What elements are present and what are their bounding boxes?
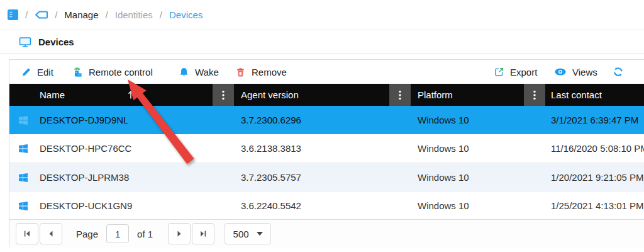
page-size-value: 500 — [233, 229, 249, 239]
windows-icon — [18, 163, 28, 192]
remote-control-icon — [72, 66, 83, 77]
views-button[interactable]: Views — [554, 60, 597, 84]
cell-agent-version: 3.6.2240.5542 — [241, 192, 301, 220]
column-header-agent-version[interactable]: Agent version — [241, 84, 299, 106]
prev-page-button[interactable] — [40, 223, 62, 244]
last-page-icon — [199, 230, 207, 238]
page-title-bar: Devices — [0, 30, 644, 54]
remove-button[interactable]: Remove — [235, 60, 287, 84]
grid-toolbar: Edit Remote control Wake — [9, 60, 644, 84]
divider — [0, 54, 644, 54]
devices-grid-card: Edit Remote control Wake — [9, 59, 644, 248]
column-header-name[interactable]: Name — [40, 84, 65, 106]
wake-label: Wake — [195, 67, 219, 77]
refresh-icon — [613, 66, 624, 77]
bell-icon — [179, 67, 189, 77]
cell-last-contact: 1/20/2021 9:21:05 PM — [551, 163, 644, 192]
breadcrumb-separator: / — [106, 9, 108, 20]
grid-pager: Page of 1 500 — [9, 219, 644, 248]
views-label: Views — [572, 67, 597, 77]
cell-platform: Windows 10 — [418, 192, 469, 220]
cell-platform: Windows 10 — [418, 106, 469, 134]
breadcrumb-item-identities[interactable]: Identities — [115, 9, 153, 20]
column-menu-name[interactable] — [213, 84, 234, 106]
breadcrumb-item-manage[interactable]: Manage — [64, 9, 98, 20]
cell-last-contact: 11/16/2020 5:08:10 PM — [551, 134, 644, 163]
export-icon — [494, 67, 504, 77]
export-label: Export — [510, 67, 537, 77]
cell-last-contact: 1/25/2021 4:13:01 PM — [551, 192, 644, 220]
cell-name: DESKTOP-JLPRM38 — [40, 163, 129, 192]
refresh-button[interactable] — [613, 60, 624, 84]
notebook-icon[interactable] — [8, 9, 18, 20]
cell-name: DESKTOP-HPC76CC — [40, 134, 131, 163]
edit-button[interactable]: Edit — [21, 60, 53, 84]
pencil-icon — [21, 67, 31, 77]
trash-icon — [235, 67, 246, 77]
page-label: Page — [76, 229, 98, 239]
table-row[interactable]: DESKTOP-HPC76CC 3.6.2138.3813 Windows 10… — [9, 134, 644, 163]
next-page-button[interactable] — [168, 223, 191, 244]
table-row[interactable]: DESKTOP-JLPRM38 3.7.2305.5757 Windows 10… — [9, 163, 644, 191]
wake-button[interactable]: Wake — [179, 60, 219, 84]
page-number-input[interactable] — [106, 224, 129, 243]
chevron-down-icon — [257, 232, 263, 236]
cell-agent-version: 3.6.2138.3813 — [241, 134, 301, 163]
first-page-icon — [23, 230, 31, 238]
edit-label: Edit — [37, 67, 53, 77]
page-of-label: of 1 — [137, 229, 153, 239]
column-menu-agent-version[interactable] — [389, 84, 411, 106]
column-header-last-contact[interactable]: Last contact — [551, 84, 602, 106]
table-row[interactable]: DESKTOP-DJ9D9NL 3.7.2300.6296 Windows 10… — [9, 106, 644, 134]
first-page-button[interactable] — [16, 223, 38, 244]
breadcrumb-separator: / — [25, 9, 28, 20]
grid-header: Name Agent version Platform Last contact — [9, 84, 644, 106]
next-page-icon — [175, 230, 183, 238]
windows-icon — [18, 106, 28, 134]
page-title: Devices — [38, 37, 74, 47]
cell-platform: Windows 10 — [418, 134, 469, 163]
prev-page-icon — [47, 230, 55, 238]
breadcrumb: / / Manage / Identities / Devices — [8, 0, 203, 30]
breadcrumb-item-devices[interactable]: Devices — [169, 9, 203, 20]
cell-name: DESKTOP-DJ9D9NL — [40, 106, 128, 134]
remove-label: Remove — [252, 67, 287, 77]
monitor-icon — [19, 37, 31, 48]
windows-icon — [18, 134, 28, 163]
windows-icon — [18, 192, 28, 220]
cell-name: DESKTOP-UCK1GN9 — [40, 192, 132, 220]
export-button[interactable]: Export — [494, 60, 537, 84]
last-page-button[interactable] — [192, 223, 214, 244]
column-menu-platform[interactable] — [524, 84, 545, 106]
breadcrumb-separator: / — [160, 9, 162, 20]
remote-control-button[interactable]: Remote control — [72, 60, 153, 84]
remote-control-label: Remote control — [89, 67, 153, 77]
cell-agent-version: 3.7.2300.6296 — [241, 106, 301, 134]
cell-platform: Windows 10 — [418, 163, 469, 192]
cell-last-contact: 3/1/2021 6:39:47 PM — [551, 106, 638, 134]
eye-icon — [554, 67, 567, 76]
sort-asc-icon — [128, 84, 134, 106]
table-row[interactable]: DESKTOP-UCK1GN9 3.6.2240.5542 Windows 10… — [9, 191, 644, 219]
tag-icon[interactable] — [35, 10, 48, 20]
cell-agent-version: 3.7.2305.5757 — [241, 163, 301, 192]
breadcrumb-separator: / — [55, 9, 57, 20]
page-size-select[interactable]: 500 — [225, 223, 271, 244]
column-header-platform[interactable]: Platform — [418, 84, 453, 106]
